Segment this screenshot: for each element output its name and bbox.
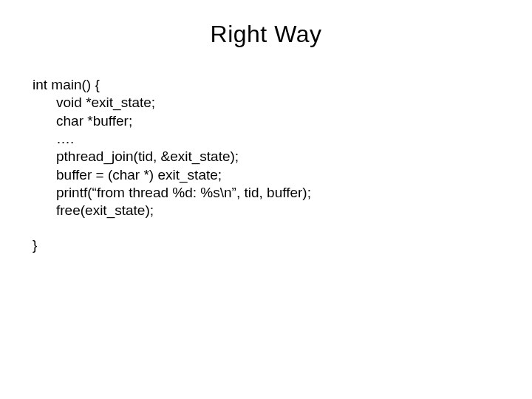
- slide-title: Right Way: [0, 21, 532, 48]
- code-block: int main() { void *exit_state; char *buf…: [0, 76, 532, 254]
- code-line: free(exit_state);: [33, 202, 502, 219]
- code-line: printf(“from thread %d: %s\n”, tid, buff…: [33, 184, 502, 202]
- code-line: pthread_join(tid, &exit_state);: [33, 148, 502, 166]
- code-line: int main() {: [33, 76, 502, 94]
- code-line: }: [33, 236, 502, 254]
- code-line: char *buffer;: [33, 112, 502, 130]
- code-line: ….: [33, 130, 502, 148]
- code-line: buffer = (char *) exit_state;: [33, 166, 502, 184]
- slide: Right Way int main() { void *exit_state;…: [0, 21, 532, 399]
- code-line: void *exit_state;: [33, 94, 502, 112]
